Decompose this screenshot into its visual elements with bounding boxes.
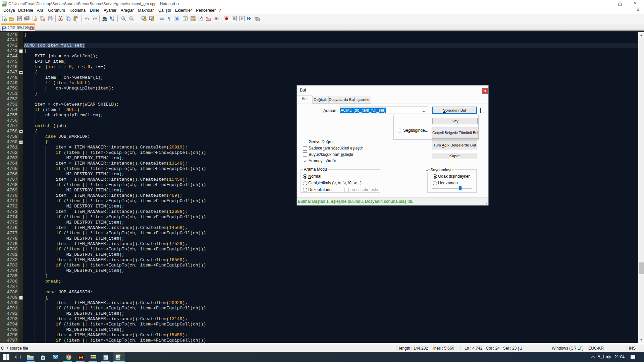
svg-text:¶: ¶ xyxy=(168,16,170,21)
svg-text:b: b xyxy=(110,16,112,19)
svg-text:a: a xyxy=(112,18,114,21)
